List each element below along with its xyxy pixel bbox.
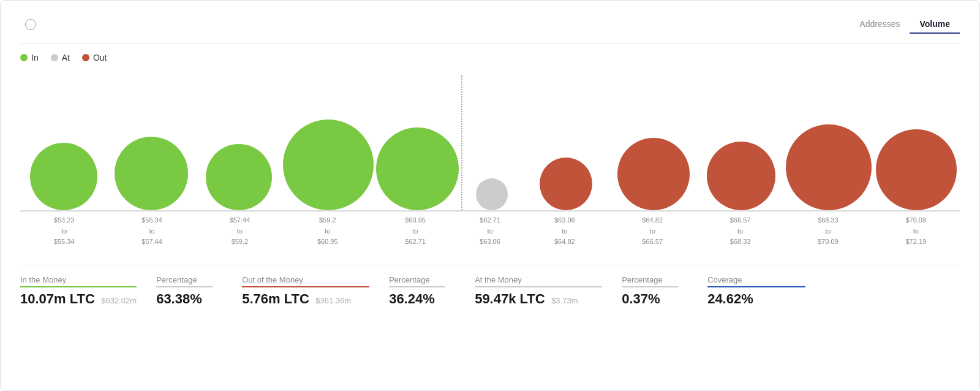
legend-label-out: Out [93, 53, 107, 63]
bubble-10 [786, 124, 872, 210]
bubble-col-6-wrapper [461, 88, 522, 210]
bubble-1 [30, 143, 97, 210]
axis-col-4: $59.2 to $60.95 [284, 211, 371, 248]
stat-out-of-money: Out of the Money 5.76m LTC $361.36m [242, 275, 389, 307]
bubble-col-11 [872, 88, 960, 210]
stat-pct-out: Percentage 36.24% [389, 275, 475, 307]
bubble-8 [617, 138, 690, 210]
bubble-3 [206, 144, 272, 210]
legend-dot-in [20, 54, 28, 61]
stat-label-in: In the Money [20, 275, 137, 287]
axis-col-7: $63.06 to $64.82 [521, 211, 608, 248]
stat-label-pct-at: Percentage [622, 275, 678, 287]
axis-row: $53.23 to $55.34 $55.34 to $57.44 $57.44… [20, 211, 960, 248]
stat-in-the-money: In the Money 10.07m LTC $632.02m [20, 275, 156, 307]
stat-usd-out: $361.36m [315, 296, 351, 305]
bubble-col-1 [20, 88, 108, 210]
bubble-col-10 [785, 88, 872, 210]
bubble-5 [376, 127, 459, 210]
axis-col-9: $66.57 to $68.33 [696, 211, 784, 248]
axis-col-8: $64.82 to $66.57 [609, 211, 696, 248]
stat-pct-at: Percentage 0.37% [622, 275, 707, 307]
stat-label-pct-in: Percentage [156, 275, 213, 287]
stat-usd-at: $3.73m [551, 296, 578, 305]
stat-label-coverage: Coverage [707, 275, 805, 287]
stat-ltc-out: 5.76m LTC [242, 291, 309, 306]
legend-at: At [51, 53, 70, 63]
bubble-chart [20, 88, 960, 211]
header: Addresses Volume [20, 15, 960, 34]
legend-out: Out [82, 53, 107, 63]
stat-pct-val-at: 0.37% [622, 291, 678, 307]
stat-label-out: Out of the Money [242, 275, 369, 287]
tab-volume[interactable]: Volume [910, 15, 960, 34]
stats-row: In the Money 10.07m LTC $632.02m Percent… [20, 265, 960, 307]
legend-in: In [20, 53, 39, 63]
bubble-col-3 [195, 88, 283, 210]
bubble-4 [283, 120, 374, 210]
bubble-col-5 [374, 88, 461, 210]
axis-col-1: $53.23 to $55.34 [20, 211, 108, 248]
axis-col-2: $55.34 to $57.44 [108, 211, 195, 248]
bubble-6 [476, 178, 508, 210]
bubble-col-4 [283, 88, 374, 210]
legend-label-at: At [62, 53, 70, 63]
tab-group: Addresses Volume [850, 15, 960, 34]
legend-dot-at [51, 54, 58, 61]
header-divider [20, 44, 960, 44]
stat-label-pct-out: Percentage [389, 275, 445, 287]
stat-val-coverage: 24.62% [707, 291, 805, 307]
stat-ltc-in: 10.07m LTC [20, 291, 95, 306]
axis-col-10: $68.33 to $70.09 [784, 211, 872, 248]
axis-col-5: $60.95 to $62.71 [371, 211, 459, 248]
legend: In At Out [20, 53, 960, 63]
bubble-2 [115, 137, 188, 210]
stat-pct-in: Percentage 63.38% [156, 275, 242, 307]
tab-addresses[interactable]: Addresses [850, 15, 910, 34]
main-container: Addresses Volume In At Out [0, 0, 980, 391]
stat-at-money: At the Money 59.47k LTC $3.73m [475, 275, 622, 307]
axis-col-6: $62.71 to $63.06 [459, 211, 521, 248]
current-price-area [20, 75, 960, 88]
chart-wrapper: $53.23 to $55.34 $55.34 to $57.44 $57.44… [20, 75, 960, 248]
legend-dot-out [82, 54, 89, 61]
bubble-col-8 [609, 88, 697, 210]
bubble-7 [540, 158, 592, 210]
bubble-11 [876, 129, 957, 210]
bubble-9 [707, 142, 775, 210]
stat-value-out: 5.76m LTC $361.36m [242, 291, 369, 307]
stat-value-at: 59.47k LTC $3.73m [475, 291, 602, 307]
axis-col-11: $70.09 to $72.19 [872, 211, 960, 248]
stat-pct-val-out: 36.24% [389, 291, 445, 307]
bubble-col-9 [697, 88, 785, 210]
stat-value-in: 10.07m LTC $632.02m [20, 291, 137, 307]
help-icon[interactable] [25, 19, 36, 30]
stat-usd-in: $632.02m [101, 296, 137, 305]
stat-coverage: Coverage 24.62% [707, 275, 805, 307]
stat-label-at: At the Money [475, 275, 602, 287]
stat-pct-val-in: 63.38% [156, 291, 213, 307]
bubble-col-7 [522, 88, 610, 210]
bubble-col-2 [108, 88, 195, 210]
axis-col-3: $57.44 to $59.2 [196, 211, 284, 248]
title-area [20, 19, 36, 30]
dotted-line [461, 75, 462, 210]
legend-label-in: In [31, 53, 39, 63]
stat-ltc-at: 59.47k LTC [475, 291, 545, 306]
